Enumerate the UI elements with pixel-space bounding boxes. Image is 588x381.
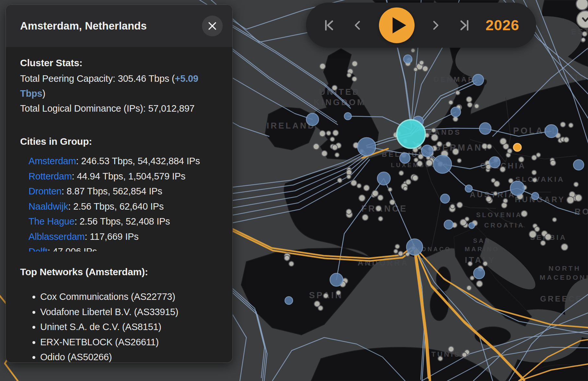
city-dot (333, 130, 339, 136)
city-dot (406, 179, 411, 185)
city-dot (521, 211, 527, 217)
city-dot (457, 159, 461, 163)
country-label: SAN (473, 237, 491, 244)
chevron-left-icon (351, 19, 364, 31)
hub-circle[interactable] (406, 239, 423, 255)
city-link[interactable]: Naaldwijk (29, 201, 68, 212)
hub-circle[interactable] (433, 155, 452, 173)
hub-circle[interactable] (451, 107, 461, 117)
country-label: UNITED (319, 87, 360, 97)
hub-circle[interactable] (465, 185, 472, 192)
city-dot (332, 85, 337, 91)
hub-circle[interactable] (358, 138, 376, 156)
city-dot (581, 38, 585, 42)
dominance-line: Total Logical Dominance (IPs): 57,012,89… (20, 101, 218, 116)
hub-circle[interactable] (377, 172, 390, 185)
step-back-button[interactable] (351, 19, 364, 31)
city-dot (362, 215, 368, 220)
hub-circle[interactable] (479, 123, 491, 134)
cities-list[interactable]: Amsterdam: 246.53 Tbps, 54,432,884 IPsRo… (20, 154, 218, 252)
city-dot (541, 240, 546, 245)
hub-circle[interactable] (404, 55, 412, 63)
hub-circle[interactable] (441, 194, 450, 203)
city-link[interactable]: Amsterdam (29, 156, 76, 166)
city-dot (394, 249, 398, 253)
hub-circle[interactable] (306, 113, 319, 126)
year-label: 2026 (486, 17, 519, 34)
city-dot (503, 199, 508, 203)
play-icon (379, 7, 415, 43)
city-stats: : 2.56 Tbps, 62,640 IPs (68, 201, 164, 212)
city-dot (431, 134, 438, 141)
city-dot (412, 175, 418, 181)
city-dot (398, 251, 403, 256)
hub-circle[interactable] (473, 74, 484, 85)
city-dot (462, 352, 467, 357)
city-dot (575, 194, 582, 201)
city-row: Alblasserdam: 117,669 IPs (29, 229, 218, 244)
hub-circle[interactable] (469, 223, 475, 228)
city-dot (323, 293, 328, 298)
capacity-text: Total Peering Capacity: 305.46 Tbps ( (20, 73, 175, 84)
skip-end-button[interactable] (457, 18, 471, 32)
hub-circle[interactable] (421, 145, 433, 157)
hub-circle[interactable] (545, 125, 558, 138)
hub-circle[interactable] (444, 220, 453, 229)
city-dot (335, 153, 339, 157)
network-item: Vodafone Libertel B.V. (AS33915) (40, 304, 218, 320)
city-dot (357, 184, 361, 188)
city-link[interactable]: Dronten (29, 186, 62, 196)
city-dot (446, 142, 451, 147)
city-dot (347, 73, 351, 77)
hub-circle[interactable] (344, 113, 351, 120)
city-dot (359, 195, 365, 201)
country-label: FRANCE (361, 204, 408, 214)
play-button[interactable] (379, 7, 415, 43)
hub-circle[interactable] (510, 181, 524, 195)
selected-cluster-marker[interactable] (397, 120, 425, 148)
city-link[interactable]: Delft (29, 246, 48, 252)
hub-circle[interactable] (532, 192, 539, 200)
networks-heading: Top Networks (Amsterdam): (20, 264, 218, 279)
city-dot (468, 262, 473, 266)
city-dot (422, 66, 428, 71)
city-dot (346, 209, 351, 214)
city-stats: : 117,669 IPs (85, 231, 138, 242)
hub-circle[interactable] (573, 160, 584, 170)
close-icon (207, 21, 217, 31)
capacity-suffix: ) (42, 88, 45, 99)
city-link[interactable]: The Hague (29, 216, 75, 227)
network-item: Uninet S.A. de C.V. (AS8151) (40, 319, 218, 335)
city-dot (487, 144, 492, 149)
hub-circle[interactable] (474, 268, 485, 279)
city-dot (529, 231, 536, 238)
city-link[interactable]: Rotterdam (29, 171, 72, 181)
city-dot (395, 244, 400, 249)
city-dot (535, 227, 539, 231)
city-dot (417, 161, 422, 166)
city-dot (483, 261, 488, 266)
city-dot (550, 160, 556, 166)
hub-circle[interactable] (285, 297, 293, 304)
city-dot (289, 261, 294, 266)
city-dot (453, 117, 458, 121)
city-dot (494, 181, 500, 187)
event-marker[interactable] (513, 143, 521, 151)
skip-start-button[interactable] (323, 18, 336, 32)
step-forward-button[interactable] (429, 19, 442, 31)
hub-circle[interactable] (400, 153, 410, 163)
hub-circle[interactable] (330, 273, 343, 286)
city-dot (378, 195, 383, 201)
country-label: MARINO (465, 246, 499, 252)
city-row: Rotterdam: 44.94 Tbps, 1,504,579 IPs (29, 169, 218, 184)
close-button[interactable] (202, 16, 223, 36)
city-dot (322, 151, 327, 156)
city-dot (450, 204, 455, 209)
city-dot (532, 155, 536, 160)
city-link[interactable]: Alblasserdam (29, 231, 85, 242)
city-row: Amsterdam: 246.53 Tbps, 54,432,884 IPs (29, 154, 218, 169)
city-stats: : 246.53 Tbps, 54,432,884 IPs (76, 156, 200, 166)
hub-circle[interactable] (489, 157, 500, 168)
city-row: Delft: 47,006 IPs (29, 244, 218, 252)
skip-end-icon (457, 18, 471, 32)
